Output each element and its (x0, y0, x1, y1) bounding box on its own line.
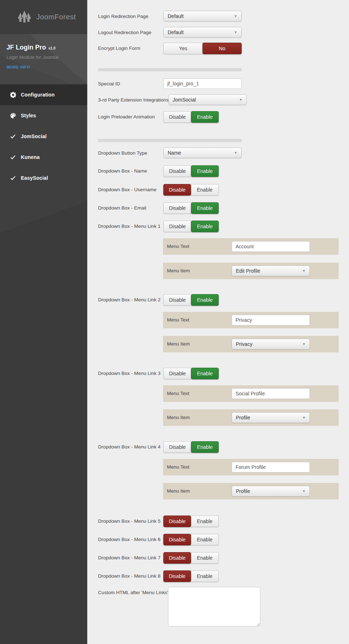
field-label: Dropdown Box - Menu Link 1 (98, 221, 160, 232)
menu-link-3-item-select[interactable]: Profile ▼ (232, 412, 310, 423)
disable-button[interactable]: Disable (163, 202, 191, 214)
module-title: JF Login Prov1.0 (6, 44, 55, 51)
disable-button[interactable]: Disable (163, 111, 191, 123)
disable-button[interactable]: Disable (163, 534, 191, 545)
login-redirection-select[interactable]: Default ▼ (163, 11, 242, 22)
enable-button[interactable]: Enable (191, 294, 219, 306)
field-label: Dropdown Box - Email (98, 202, 146, 214)
panel-label: Menu Item (167, 483, 190, 499)
enable-button[interactable]: Enable (191, 516, 219, 527)
field-label: Dropdown Box - Menu Link 3 (98, 368, 160, 379)
field-label: Dropdown Button Type (98, 147, 147, 159)
box-username-toggle: Disable Enable (163, 184, 219, 196)
enable-button[interactable]: Enable (191, 111, 219, 123)
module-version: v1.0 (48, 46, 55, 50)
logo-area: JoomForest (0, 0, 87, 34)
custom-html-textarea[interactable] (168, 587, 260, 626)
sidebar-item-easysocial[interactable]: EasySocial (0, 168, 87, 188)
panel-label: Menu Item (167, 336, 190, 352)
sidebar-nav: Configuration Styles JomSocial Kunena (0, 84, 87, 188)
sidebar-item-styles[interactable]: Styles (0, 105, 87, 126)
menu-link-7-toggle: Disable Enable (163, 552, 219, 564)
chevron-down-icon: ▼ (239, 98, 242, 102)
field-label: Dropdown Box - Menu Link 2 (98, 294, 160, 306)
sidebar-item-kunena[interactable]: Kunena (0, 147, 87, 168)
menu-link-2-toggle: Disable Enable (163, 294, 219, 306)
dropdown-button-type-select[interactable]: Name ▼ (163, 147, 242, 158)
enable-button[interactable]: Enable (191, 165, 219, 177)
menu-link-8-toggle: Disable Enable (163, 570, 219, 582)
panel-label: Menu Item (167, 409, 190, 426)
sidebar-item-configuration[interactable]: Configuration (0, 84, 87, 105)
field-label: 3-rd Party Extension Integrations (98, 94, 169, 105)
field-label: Dropdown Box - Menu Link 6 (98, 534, 160, 545)
menu-link-4-item-select[interactable]: Profile ▼ (232, 486, 310, 497)
palette-icon (10, 112, 16, 119)
yes-button[interactable]: Yes (163, 43, 203, 54)
menu-link-4-toggle: Disable Enable (163, 441, 219, 453)
box-name-toggle: Disable Enable (163, 165, 219, 177)
sidebar-item-label: EasySocial (21, 175, 48, 181)
no-button[interactable]: No (203, 43, 242, 54)
menu-link-3-text-panel: Menu Text (163, 385, 339, 402)
sidebar: JoomForest JF Login Prov1.0 Login Module… (0, 0, 87, 644)
sidebar-decoration (0, 201, 87, 644)
enable-button[interactable]: Enable (191, 441, 219, 453)
module-subtitle: Login Module for Joomla! (6, 55, 59, 60)
disable-button[interactable]: Disable (163, 294, 191, 306)
module-title-text: JF Login Pro (6, 44, 46, 51)
configuration-form: Login Redirection Page Default ▼ Logout … (87, 0, 349, 644)
menu-link-4-text-input[interactable] (232, 462, 310, 473)
select-value: Privacy (236, 341, 252, 347)
menu-link-1-text-input[interactable] (232, 241, 310, 252)
chevron-down-icon: ▼ (302, 416, 306, 419)
menu-link-4-text-panel: Menu Text (163, 459, 339, 475)
field-label: Dropdown Box - Username (98, 184, 157, 196)
panel-label: Menu Text (167, 385, 189, 402)
integrations-select[interactable]: JomSocial ▼ (168, 94, 247, 105)
panel-label: Menu Text (167, 312, 189, 328)
enable-button[interactable]: Enable (191, 202, 219, 214)
sidebar-item-jomsocial[interactable]: JomSocial (0, 126, 87, 147)
enable-button[interactable]: Enable (191, 221, 219, 232)
panel-label: Menu Item (167, 263, 190, 279)
enable-button[interactable]: Enable (191, 552, 219, 564)
disable-button[interactable]: Disable (163, 570, 191, 582)
menu-link-2-text-input[interactable] (232, 315, 310, 325)
field-label: Custom HTML after 'Menu Links' (98, 587, 168, 598)
menu-link-5-toggle: Disable Enable (163, 516, 219, 527)
special-id-input[interactable] (163, 78, 242, 89)
enable-button[interactable]: Enable (191, 368, 219, 379)
field-label: Dropdown Box - Name (98, 165, 147, 177)
field-label: Login Preloader Animation (98, 111, 155, 123)
box-email-toggle: Disable Enable (163, 202, 219, 214)
disable-button[interactable]: Disable (163, 165, 191, 177)
select-value: Default (168, 13, 183, 19)
chevron-down-icon: ▼ (234, 30, 237, 34)
enable-button[interactable]: Enable (191, 570, 219, 582)
disable-button[interactable]: Disable (163, 441, 191, 453)
sidebar-item-label: Styles (21, 113, 36, 118)
menu-link-3-text-input[interactable] (232, 388, 310, 399)
disable-button[interactable]: Disable (163, 184, 191, 196)
menu-link-1-item-select[interactable]: Edit Profile ▼ (232, 265, 310, 276)
disable-button[interactable]: Disable (163, 368, 191, 379)
section-divider (98, 139, 242, 142)
encrypt-login-toggle: Yes No (163, 43, 242, 54)
select-value: JomSocial (173, 97, 196, 103)
field-label: Dropdown Box - Menu Link 7 (98, 552, 160, 564)
chevron-down-icon: ▼ (302, 342, 306, 346)
enable-button[interactable]: Enable (191, 534, 219, 545)
select-value: Edit Profile (236, 268, 260, 274)
panel-label: Menu Text (167, 238, 189, 255)
disable-button[interactable]: Disable (163, 221, 191, 232)
menu-link-2-item-select[interactable]: Privacy ▼ (232, 339, 310, 349)
enable-button[interactable]: Enable (191, 184, 219, 196)
more-info-link[interactable]: MORE INFO (6, 65, 30, 69)
select-value: Profile (236, 488, 250, 494)
disable-button[interactable]: Disable (163, 516, 191, 527)
select-value: Profile (236, 415, 250, 420)
disable-button[interactable]: Disable (163, 552, 191, 564)
logout-redirection-select[interactable]: Default ▼ (163, 27, 242, 38)
select-value: Default (168, 29, 183, 35)
